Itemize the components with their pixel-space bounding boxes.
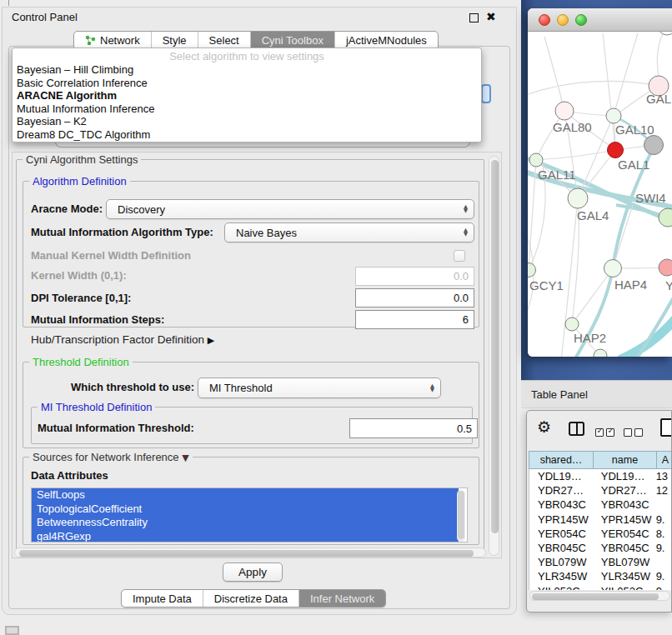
network-edge[interactable] [614,33,638,116]
close-icon[interactable]: ✖ [486,10,496,23]
network-node[interactable] [565,318,579,331]
network-node[interactable] [606,108,621,123]
settings-horizontal-scrollbar[interactable] [14,548,486,558]
dropdown-item-aracne-algorithm[interactable]: ARACNE Algorithm [13,89,481,102]
column-header-3[interactable]: A [657,451,672,469]
settings-vertical-scrollbar[interactable] [489,156,499,556]
network-edge[interactable] [544,37,564,111]
mi-steps-field[interactable]: 6 [355,310,474,329]
tab-label: Style [163,34,187,47]
node-label-hap4: HAP4 [614,278,647,292]
dropdown-item-bayesian-k2[interactable]: Bayesian – K2 [13,115,481,128]
network-canvas[interactable]: GALGAL80GAL10GAL1GAL11GAL4SWI4GCY1HAP4YH… [528,32,672,357]
gear-icon[interactable]: ⚙ [537,418,551,436]
table-row[interactable]: YIL052CYIL052C9 [529,584,671,591]
node-label-gal10: GAL10 [615,122,654,137]
manual-kernel-checkbox[interactable] [454,250,465,262]
float-window-icon[interactable] [469,13,479,22]
network-node[interactable] [568,188,588,208]
column-header-2[interactable]: name [594,451,657,469]
tab-jactivemnodules[interactable]: jActiveMNodules [334,32,438,49]
mi-type-select[interactable]: Naive Bayes ▲▼ [224,222,474,242]
table-cell: 8. [654,527,671,541]
network-edge[interactable] [613,205,633,268]
network-edge[interactable] [536,150,615,160]
table-cell: YBR045C [529,541,593,555]
network-edge[interactable] [603,33,615,150]
which-threshold-label: Which threshold to use: [71,378,194,398]
dpi-tolerance-value: 0.0 [454,292,469,304]
network-window-titlebar[interactable] [528,8,672,32]
table-row[interactable]: YBR043CYBR043C [529,498,671,512]
table-cell: YLR345W [593,569,654,583]
table-row[interactable]: YLR345WYLR345W9. [529,569,671,583]
node-label-gal11: GAL11 [538,168,576,182]
table-row[interactable]: YBL079WYBL079W [529,555,671,569]
attribute-item-betweennesscentrality[interactable]: BetweennessCentrality [32,516,459,530]
aracne-mode-select[interactable]: Discovery ▲▼ [106,199,474,219]
dropdown-item-dream8-dc-tdc-algorithm[interactable]: Dream8 DC_TDC Algorithm [13,128,481,142]
table-row[interactable]: YDR27…YDR27…12 [529,483,671,498]
document-icon[interactable] [660,418,672,437]
table-row[interactable]: YBR045CYBR045C9. [529,541,671,555]
tab-network[interactable]: Network [74,32,151,49]
network-edge[interactable] [528,81,659,97]
apply-button[interactable]: Apply [223,562,283,582]
table-row[interactable]: YDL19…YDL19…13 [529,469,671,483]
table-horizontal-scrollbar[interactable] [529,591,670,601]
network-node[interactable] [555,102,574,120]
attribute-item-topologicalcoefficient[interactable]: TopologicalCoefficient [32,502,459,517]
network-node[interactable] [608,142,624,158]
table-row[interactable]: YER054CYER054C8. [529,527,671,541]
table-panel-window: ⚙ shared…nameA YDL19…YDL19…13YDR27…YDR27… [526,410,672,612]
dropdown-item-bayesian-hill-climbing[interactable]: Bayesian – Hill Climbing [13,63,481,77]
aracne-mode-label: Aracne Mode: [31,199,103,219]
attribute-item-selfloops[interactable]: SelfLoops [32,488,459,502]
network-edge[interactable] [619,315,672,357]
mac-close-button[interactable] [539,14,550,26]
dropdown-item-basic-correlation-inference[interactable]: Basic Correlation Inference [13,77,481,90]
tab-infer-network[interactable]: Infer Network [298,590,385,607]
mi-threshold-field[interactable]: 0.5 [349,418,478,438]
kernel-width-field[interactable]: 0.0 [355,267,474,286]
data-attributes-label: Data Attributes [31,466,108,486]
minimized-panel-icon[interactable] [5,626,19,635]
tab-style[interactable]: Style [151,32,198,49]
mi-type-value: Naive Bayes [236,227,297,239]
which-threshold-select[interactable]: MI Threshold ▲▼ [198,378,441,398]
expander-down-icon: ▼ [182,452,188,463]
table-cell: 9. [654,541,671,555]
table-cell: 9. [654,512,671,527]
network-node[interactable] [644,136,664,155]
columns-icon[interactable] [569,422,584,436]
mac-zoom-button[interactable] [575,14,587,26]
network-node[interactable] [604,260,622,278]
table-cell: YDL19… [593,469,654,483]
hub-definition-expander[interactable]: Hub/Transcription Factor Definition ▶ [31,330,214,351]
column-header-1[interactable]: shared… [529,451,594,469]
dpi-tolerance-field[interactable]: 0.0 [355,288,474,308]
network-node[interactable] [658,32,672,35]
kernel-width-value: 0.0 [454,270,469,282]
attribute-item-gal4rgexp[interactable]: gal4RGexp [32,530,459,543]
tab-select[interactable]: Select [198,32,250,49]
attributes-scrollbar[interactable] [457,490,465,542]
deselect-all-checkboxes-icon[interactable] [624,425,645,440]
select-all-checkboxes-icon[interactable] [595,425,617,440]
dropdown-item-mutual-information-inference[interactable]: Mutual Information Inference [13,102,481,116]
network-node[interactable] [659,208,672,227]
network-edge[interactable] [657,32,666,76]
tab-cyni-toolbox[interactable]: Cyni Toolbox [250,32,334,49]
network-node[interactable] [659,259,672,276]
table-cell: YBR043C [593,498,654,512]
application-root: Control Panel ✖ NetworkStyleSelectCyni T… [0,0,672,635]
tab-impute-data[interactable]: Impute Data [122,590,203,607]
mac-minimize-button[interactable] [557,14,569,26]
expander-right-icon: ▶ [208,335,214,346]
network-node[interactable] [528,263,536,278]
tab-discretize-data[interactable]: Discretize Data [203,590,298,607]
table-row[interactable]: YPR145WYPR145W9. [529,512,671,527]
network-node[interactable] [529,153,543,167]
control-panel-title: Control Panel [12,11,78,23]
table-cell [654,555,671,569]
